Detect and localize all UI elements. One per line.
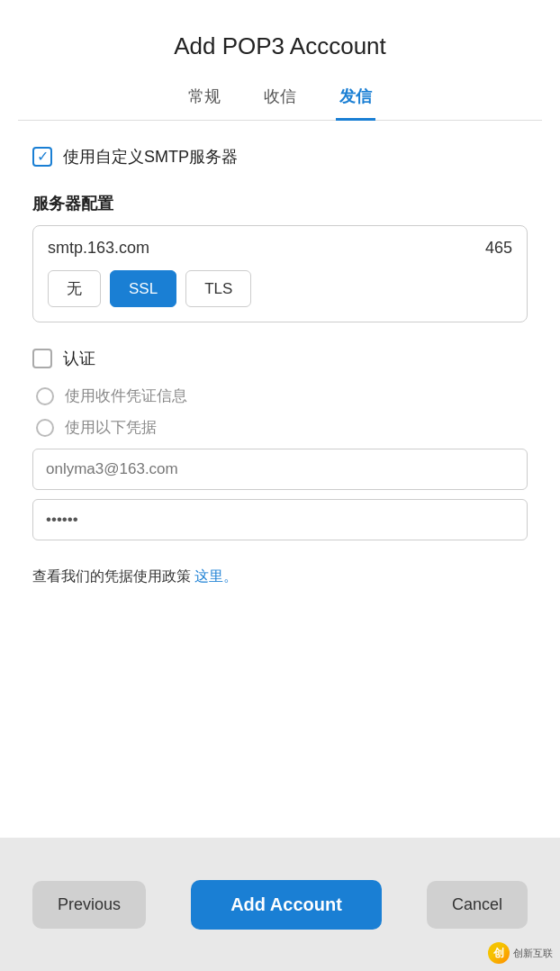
password-input[interactable] <box>32 499 528 540</box>
tab-outbox[interactable]: 发信 <box>336 78 375 121</box>
page-title: Add POP3 Acccount <box>0 0 560 78</box>
content-area: ✓ 使用自定义SMTP服务器 服务器配置 smtp.163.com 465 无 … <box>0 121 560 604</box>
auth-checkbox[interactable] <box>32 349 52 368</box>
tabs-row: 常规 收信 发信 <box>18 78 542 121</box>
security-buttons: 无 SSL TLS <box>48 270 512 307</box>
tab-inbox[interactable]: 收信 <box>260 78 300 121</box>
previous-button[interactable]: Previous <box>32 881 146 929</box>
radio-inbox-label: 使用收件凭证信息 <box>65 386 187 406</box>
policy-row: 查看我们的凭据使用政策 这里。 <box>32 567 528 586</box>
smtp-checkbox[interactable]: ✓ <box>32 147 52 167</box>
watermark-text: 创新互联 <box>513 947 553 960</box>
server-host: smtp.163.com <box>48 239 149 258</box>
radio-inbox-button[interactable] <box>36 387 54 405</box>
policy-link[interactable]: 这里。 <box>194 568 238 584</box>
server-config-box: smtp.163.com 465 无 SSL TLS <box>32 225 528 322</box>
username-input[interactable] <box>32 449 528 490</box>
radio-custom-label: 使用以下凭据 <box>65 417 157 438</box>
server-host-row: smtp.163.com 465 <box>48 239 512 258</box>
radio-use-inbox: 使用收件凭证信息 <box>32 386 528 406</box>
server-config-heading: 服务器配置 <box>32 193 528 214</box>
cancel-button[interactable]: Cancel <box>427 881 528 929</box>
policy-text: 查看我们的凭据使用政策 <box>32 568 191 584</box>
radio-use-custom: 使用以下凭据 <box>32 417 528 438</box>
security-ssl-button[interactable]: SSL <box>110 270 176 307</box>
tab-general[interactable]: 常规 <box>185 78 224 121</box>
add-account-button[interactable]: Add Account <box>191 880 382 930</box>
security-tls-button[interactable]: TLS <box>185 270 251 307</box>
checkmark-icon: ✓ <box>37 150 49 164</box>
auth-checkbox-label: 认证 <box>63 348 95 369</box>
bottom-bar: Previous Add Account Cancel <box>0 838 560 971</box>
smtp-checkbox-row: ✓ 使用自定义SMTP服务器 <box>32 146 528 168</box>
watermark: 创 创新互联 <box>488 942 553 964</box>
security-none-button[interactable]: 无 <box>48 270 101 307</box>
auth-section: 认证 使用收件凭证信息 使用以下凭据 <box>32 348 528 549</box>
server-port: 465 <box>485 239 512 258</box>
smtp-checkbox-label: 使用自定义SMTP服务器 <box>63 146 238 168</box>
auth-checkbox-row: 认证 <box>32 348 528 369</box>
watermark-logo: 创 <box>488 942 510 964</box>
radio-custom-button[interactable] <box>36 419 54 437</box>
